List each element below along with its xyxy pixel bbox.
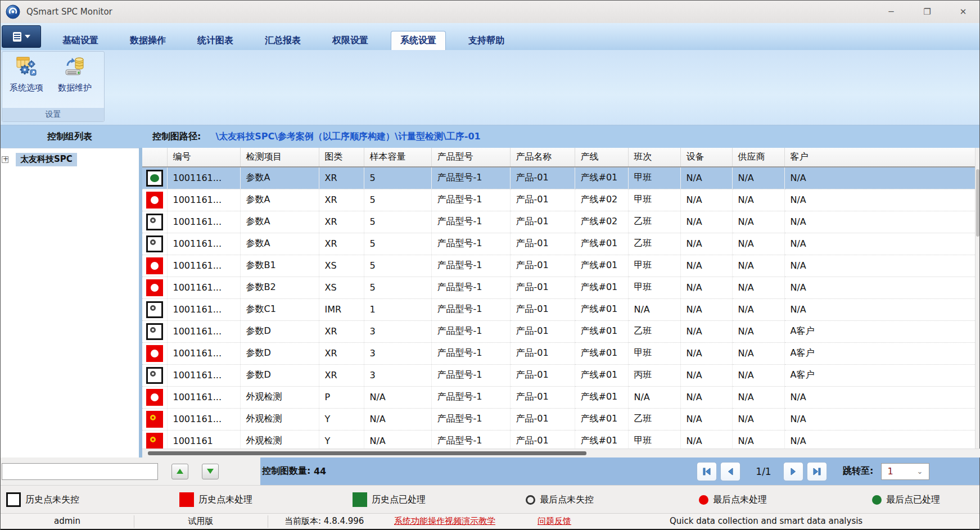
jump-to-page-select[interactable]: 1 ⌄ [881,463,929,480]
row-status-cell [142,364,167,386]
vertical-scrollbar-thumb[interactable] [976,169,979,237]
previous-page-button[interactable] [720,462,740,481]
table-cell: 甲班 [628,342,680,364]
table-row[interactable]: 1001161外观检测YN/A产品型号-1产品-01产线#01甲班N/AN/AN… [142,430,976,449]
table-row[interactable]: 1001161...参数AXR5产品型号-1产品-01产线#02乙班N/AN/A… [142,211,976,233]
ribbon-tab-bar: 基础设置数据操作统计图表汇总报表权限设置系统设置支持帮助 [1,23,979,50]
column-header[interactable]: 产品名称 [510,148,575,167]
tree-search-input[interactable] [2,463,158,480]
table-cell: XR [319,211,364,233]
column-header[interactable]: 设备 [680,148,732,167]
table-row[interactable]: 1001161...参数AXR5产品型号-1产品-01产线#01甲班N/AN/A… [142,167,976,189]
table-cell: N/A [784,408,976,430]
table-cell: XR [319,167,364,189]
column-header[interactable]: 图类 [319,148,364,167]
horizontal-scrollbar[interactable] [142,449,980,457]
column-header[interactable]: 班次 [628,148,680,167]
next-page-button[interactable] [783,462,803,481]
table-row[interactable]: 1001161...参数AXR5产品型号-1产品-01产线#02甲班N/AN/A… [142,189,976,211]
menu-tab-6[interactable]: 系统设置 [391,31,446,50]
chart-count: 控制图数量: 44 [262,457,326,485]
menu-tab-2[interactable]: 数据操作 [121,31,175,50]
first-page-button[interactable] [697,462,717,481]
table-cell: N/A [364,408,431,430]
column-header[interactable]: 产品型号 [431,148,510,167]
table-row[interactable]: 1001161...参数B1XS5产品型号-1产品-01产线#01甲班N/AN/… [142,255,976,277]
database-maintenance-icon [64,56,85,78]
column-header[interactable]: 供应商 [732,148,784,167]
chart-count-label: 控制图数量: [262,465,310,477]
table-cell: A客户 [784,342,976,364]
last-page-button[interactable] [807,462,827,481]
legend-label: 历史点已处理 [372,494,426,506]
table-cell: 产线#01 [575,430,628,449]
table-row[interactable]: 1001161...参数DXR3产品型号-1产品-01产线#01丙班N/AN/A… [142,364,976,386]
minimize-button[interactable]: ─ [883,4,900,19]
table-cell: XS [319,277,364,298]
column-header[interactable] [142,148,167,167]
jump-to-label: 跳转至: [843,465,873,477]
video-tutorial-link[interactable]: 系统功能操作视频演示教学 [394,514,495,529]
table-cell: A客户 [784,364,976,386]
table-cell: N/A [732,211,784,233]
tree-expander-icon[interactable] [2,156,8,163]
legend-item: 历史点未处理 [179,486,252,514]
last-page-icon [812,466,822,477]
menu-tab-5[interactable]: 权限设置 [323,31,377,50]
column-header[interactable]: 客户 [784,148,976,167]
table-cell: 产品-01 [510,298,575,320]
search-down-button[interactable] [202,464,219,479]
menu-tab-3[interactable]: 统计图表 [188,31,242,50]
menu-tab-7[interactable]: 支持帮助 [459,31,513,50]
menu-tab-4[interactable]: 汇总报表 [256,31,310,50]
table-cell: 参数C1 [240,298,319,320]
table-cell: 1001161... [167,255,240,277]
search-up-button[interactable] [171,464,188,479]
table-cell: 参数D [240,342,319,364]
column-header[interactable]: 检测项目 [240,148,319,167]
tree-root-label[interactable]: 太友科技SPC [16,153,77,166]
table-row[interactable]: 1001161...参数C1IMR1产品型号-1产品-01产线#01N/AN/A… [142,298,976,320]
maximize-button[interactable]: ❐ [919,4,936,19]
table-cell: 产品-01 [510,255,575,277]
table-row[interactable]: 1001161...参数DXR3产品型号-1产品-01产线#01乙班N/AN/A… [142,320,976,342]
app-menu-button[interactable] [2,25,41,48]
table-row[interactable]: 1001161...外观检测YN/A产品型号-1产品-01产线#01乙班N/AN… [142,408,976,430]
table-cell: N/A [364,430,431,449]
table-row[interactable]: 1001161...外观检测PN/A产品型号-1产品-01产线#01N/AN/A… [142,386,976,408]
table-row[interactable]: 1001161...参数AXR5产品型号-1产品-01产线#01乙班N/AN/A… [142,233,976,255]
table-cell: 5 [364,277,431,298]
chart-path-value[interactable]: \太友科技SPC\参考案例（以工序顺序构建）\计量型检测\工序-01 [215,131,480,143]
column-header[interactable]: 编号 [167,148,240,167]
table-cell: P [319,386,364,408]
first-page-icon [702,466,712,477]
table-row[interactable]: 1001161...参数DXR3产品型号-1产品-01产线#01甲班N/AN/A… [142,342,976,364]
table-cell: 产线#01 [575,277,628,298]
legend-square-white-icon [6,492,21,507]
statusbar-edition: 试用版 [134,514,268,529]
data-maintenance-button[interactable]: 数据维护 [51,52,99,106]
chevron-down-icon [25,35,30,38]
menu-tab-1[interactable]: 基础设置 [53,31,107,50]
table-cell: A客户 [784,320,976,342]
table-row[interactable]: 1001161...参数B2XS5产品型号-1产品-01产线#01甲班N/AN/… [142,277,976,298]
feedback-link[interactable]: 问题反馈 [538,514,571,529]
column-header[interactable]: 产线 [575,148,628,167]
horizontal-scrollbar-thumb[interactable] [148,451,586,455]
vertical-scrollbar[interactable] [975,148,979,449]
table-cell: 1001161 [167,430,240,449]
statusbar-separator [134,515,134,528]
status-legend-bar: 历史点未失控历史点未处理历史点已处理最后点未失控最后点未处理最后点已处理 [1,485,979,513]
column-header[interactable]: 样本容量 [364,148,431,167]
statusbar-separator [268,515,268,528]
close-button[interactable]: ✕ [955,4,972,19]
table-cell: N/A [680,408,732,430]
system-options-button[interactable]: 系统选项 [2,52,51,106]
table-cell: 产线#01 [575,320,628,342]
tree-root-row[interactable]: 太友科技SPC [1,152,139,167]
table-cell: 产品-01 [510,211,575,233]
legend-item: 历史点未失控 [6,486,79,514]
table-cell: 1001161... [167,233,240,255]
table-cell: 1001161... [167,342,240,364]
jump-to-page-value: 1 [882,466,916,477]
